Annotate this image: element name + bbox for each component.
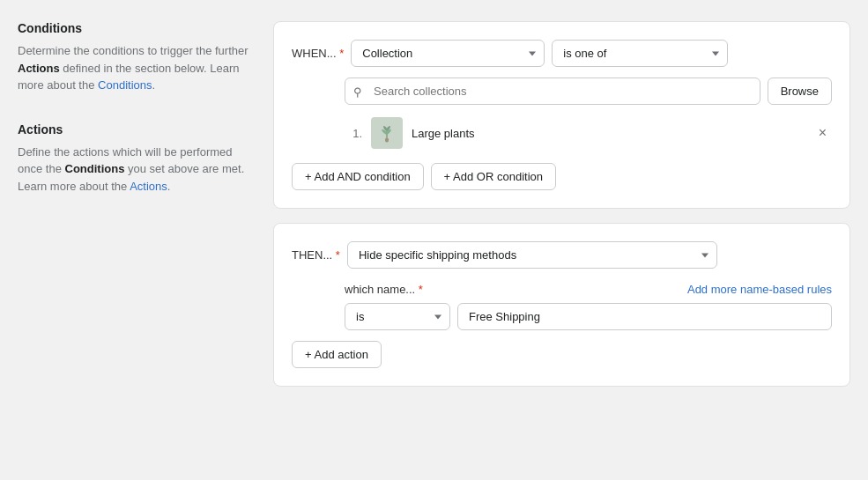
which-name-label: which name... *: [345, 283, 423, 296]
conditions-card: WHEN... * Collection Tag Price Weight is…: [273, 21, 850, 209]
item-number: 1.: [345, 127, 362, 140]
then-required-star: *: [336, 248, 340, 262]
collection-select-wrapper: Collection Tag Price Weight: [351, 40, 545, 67]
actions-card: THEN... * Hide specific shipping methods…: [273, 223, 850, 387]
item-name: Large plants: [412, 127, 805, 140]
action-select-wrapper: Hide specific shipping methods Show spec…: [347, 241, 717, 269]
which-name-required: *: [419, 283, 423, 296]
svg-rect-0: [385, 138, 389, 142]
add-more-name-link[interactable]: Add more name-based rules: [687, 283, 832, 296]
actions-link[interactable]: Actions: [130, 180, 167, 193]
search-input-wrapper: ⚲: [345, 78, 760, 105]
when-label: WHEN... *: [292, 47, 344, 60]
oneof-select-wrapper: is one of is not one of is equal to: [552, 40, 728, 67]
search-collections-input[interactable]: [345, 78, 760, 105]
actions-title: Actions: [18, 122, 256, 137]
browse-button[interactable]: Browse: [768, 78, 832, 105]
actions-description: Define the actions which will be perform…: [18, 144, 256, 196]
conditions-description: Determine the conditions to trigger the …: [18, 42, 256, 94]
oneof-select[interactable]: is one of is not one of is equal to: [552, 40, 728, 67]
collection-select[interactable]: Collection Tag Price Weight: [351, 40, 545, 67]
condition-actions: + Add AND condition + Add OR condition: [292, 163, 832, 190]
search-icon: ⚲: [353, 85, 362, 98]
add-or-condition-button[interactable]: + Add OR condition: [431, 163, 556, 190]
is-select[interactable]: is is not contains starts with ends with: [345, 303, 450, 330]
shipping-name-input[interactable]: [457, 303, 832, 330]
then-label: THEN... *: [292, 248, 340, 262]
is-select-wrapper: is is not contains starts with ends with: [345, 303, 450, 330]
conditions-link[interactable]: Conditions: [98, 78, 152, 92]
conditions-title: Conditions: [18, 21, 256, 35]
item-thumbnail: [371, 117, 403, 149]
remove-item-button[interactable]: ×: [813, 124, 832, 142]
add-and-condition-button[interactable]: + Add AND condition: [292, 163, 424, 190]
collection-item-row: 1. Large plants ×: [345, 114, 832, 152]
add-action-button[interactable]: + Add action: [292, 341, 382, 368]
required-star: *: [339, 47, 344, 60]
action-select[interactable]: Hide specific shipping methods Show spec…: [347, 241, 717, 269]
